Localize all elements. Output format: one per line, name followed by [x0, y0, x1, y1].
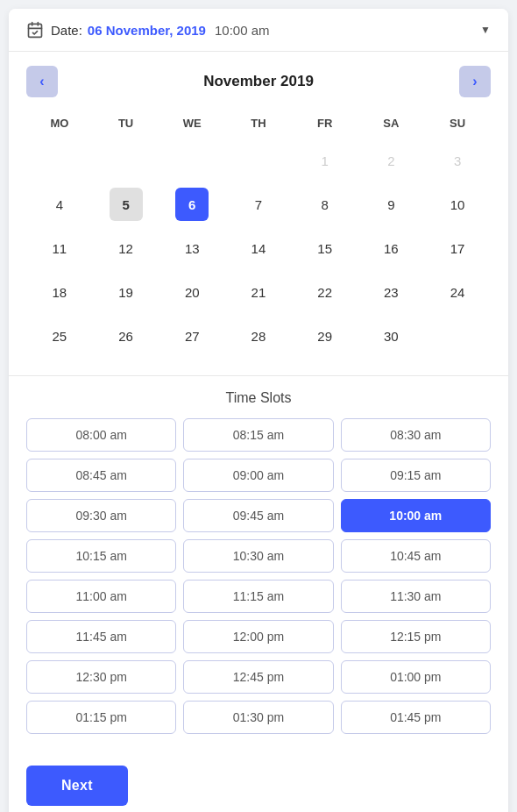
calendar-day-cell	[93, 139, 159, 182]
time-slot-button[interactable]: 09:30 am	[26, 499, 176, 532]
day-number[interactable]: 4	[43, 188, 76, 221]
calendar-day-cell[interactable]: 9	[358, 182, 425, 226]
calendar-day-cell[interactable]: 1	[292, 139, 358, 182]
time-slot-button[interactable]: 01:00 pm	[341, 660, 491, 694]
time-slot-button[interactable]: 11:30 am	[341, 580, 491, 613]
day-number[interactable]: 3	[441, 144, 474, 177]
footer: Next	[9, 751, 508, 812]
calendar-day-cell[interactable]: 26	[93, 314, 159, 358]
time-slot-button[interactable]: 09:15 am	[341, 459, 491, 492]
calendar-day-cell[interactable]: 3	[424, 139, 491, 182]
time-slot-button[interactable]: 08:15 am	[183, 418, 333, 452]
calendar-week-row: 11121314151617	[26, 226, 491, 270]
day-number[interactable]: 27	[175, 319, 209, 353]
time-slot-button[interactable]: 10:30 am	[183, 539, 333, 573]
day-number[interactable]: 7	[242, 188, 275, 221]
calendar-day-cell[interactable]: 7	[225, 182, 292, 226]
day-number[interactable]: 1	[308, 144, 342, 177]
time-slot-button[interactable]: 12:15 pm	[341, 620, 491, 653]
calendar-day-cell[interactable]: 11	[26, 226, 93, 270]
day-number[interactable]: 17	[441, 231, 474, 265]
time-slot-button[interactable]: 11:45 am	[26, 620, 176, 653]
time-slot-button[interactable]: 11:15 am	[183, 580, 333, 613]
calendar-day-cell[interactable]: 8	[292, 182, 358, 226]
calendar-day-cell[interactable]: 24	[424, 270, 491, 314]
calendar-day-cell[interactable]: 19	[93, 270, 159, 314]
calendar-day-cell[interactable]: 29	[292, 314, 358, 358]
time-slot-button[interactable]: 11:00 am	[26, 580, 176, 613]
day-number[interactable]: 11	[43, 231, 76, 265]
day-number[interactable]: 14	[242, 231, 275, 265]
day-number[interactable]: 9	[374, 188, 407, 221]
calendar-day-cell[interactable]: 13	[159, 226, 225, 270]
calendar-day-cell[interactable]: 17	[424, 226, 491, 270]
time-slot-button[interactable]: 10:00 am	[341, 499, 491, 532]
calendar-day-cell[interactable]: 22	[292, 270, 358, 314]
weekday-header: SA	[358, 111, 425, 139]
day-number[interactable]: 2	[374, 144, 407, 177]
day-number[interactable]: 16	[374, 231, 407, 265]
calendar-day-cell[interactable]: 23	[358, 270, 425, 314]
calendar-day-cell[interactable]: 18	[26, 270, 93, 314]
day-number[interactable]: 29	[308, 319, 342, 353]
day-number[interactable]: 12	[110, 231, 143, 265]
day-number[interactable]: 5	[110, 188, 143, 221]
day-number[interactable]: 15	[308, 231, 342, 265]
calendar-day-cell[interactable]: 25	[26, 314, 93, 358]
day-number[interactable]: 21	[242, 275, 275, 309]
date-label: Date:	[51, 23, 82, 38]
day-number[interactable]: 8	[308, 188, 342, 221]
day-number[interactable]: 28	[242, 319, 275, 353]
calendar-day-cell[interactable]: 10	[424, 182, 491, 226]
time-slot-button[interactable]: 08:00 am	[26, 418, 176, 452]
day-number[interactable]: 19	[110, 275, 143, 309]
day-number[interactable]: 18	[43, 275, 76, 309]
calendar-week-row: 252627282930	[26, 314, 491, 358]
time-slot-button[interactable]: 12:30 pm	[26, 660, 176, 694]
calendar-day-cell[interactable]: 5	[93, 182, 159, 226]
time-slot-button[interactable]: 09:45 am	[183, 499, 333, 532]
calendar-day-cell[interactable]: 28	[225, 314, 292, 358]
timeslots-title: Time Slots	[26, 390, 491, 406]
calendar-day-cell[interactable]: 2	[358, 139, 425, 182]
next-month-button[interactable]: ›	[459, 66, 491, 97]
prev-month-button[interactable]: ‹	[26, 66, 58, 97]
time-slot-button[interactable]: 10:15 am	[26, 539, 176, 573]
next-button[interactable]: Next	[26, 766, 128, 806]
time-slot-button[interactable]: 08:45 am	[26, 459, 176, 492]
time-slot-button[interactable]: 01:30 pm	[183, 701, 333, 734]
time-slot-button[interactable]: 12:45 pm	[183, 660, 333, 694]
calendar-day-cell[interactable]: 12	[93, 226, 159, 270]
calendar-day-cell[interactable]: 30	[358, 314, 425, 358]
calendar-body: 1234567891011121314151617181920212223242…	[26, 139, 491, 358]
time-slot-button[interactable]: 08:30 am	[341, 418, 491, 452]
day-number[interactable]: 23	[374, 275, 407, 309]
calendar-day-cell[interactable]: 4	[26, 182, 93, 226]
day-number[interactable]: 13	[175, 231, 209, 265]
calendar-table: MOTUWETHFRSASU 1234567891011121314151617…	[26, 111, 491, 358]
time-slot-button[interactable]: 01:45 pm	[341, 701, 491, 734]
time-slot-button[interactable]: 10:45 am	[341, 539, 491, 573]
calendar-day-cell[interactable]: 14	[225, 226, 292, 270]
timeslots-grid: 08:00 am08:15 am08:30 am08:45 am09:00 am…	[26, 418, 491, 734]
day-number[interactable]: 10	[441, 188, 474, 221]
time-slot-button[interactable]: 12:00 pm	[183, 620, 333, 653]
day-number[interactable]: 24	[441, 275, 474, 309]
calendar-day-cell[interactable]: 20	[159, 270, 225, 314]
timeslots-section: Time Slots 08:00 am08:15 am08:30 am08:45…	[9, 376, 508, 751]
calendar-day-cell[interactable]: 15	[292, 226, 358, 270]
day-number[interactable]: 26	[110, 319, 143, 353]
calendar-grid: MOTUWETHFRSASU 1234567891011121314151617…	[26, 111, 491, 358]
day-number[interactable]: 20	[175, 275, 209, 309]
dropdown-arrow-icon[interactable]: ▼	[480, 24, 491, 36]
calendar-day-cell[interactable]: 27	[159, 314, 225, 358]
day-number[interactable]: 22	[308, 275, 342, 309]
time-slot-button[interactable]: 09:00 am	[183, 459, 333, 492]
day-number[interactable]: 25	[43, 319, 76, 353]
day-number[interactable]: 30	[374, 319, 407, 353]
day-number[interactable]: 6	[175, 188, 209, 221]
time-slot-button[interactable]: 01:15 pm	[26, 701, 176, 734]
calendar-day-cell[interactable]: 6	[159, 182, 225, 226]
calendar-day-cell[interactable]: 21	[225, 270, 292, 314]
calendar-day-cell[interactable]: 16	[358, 226, 425, 270]
